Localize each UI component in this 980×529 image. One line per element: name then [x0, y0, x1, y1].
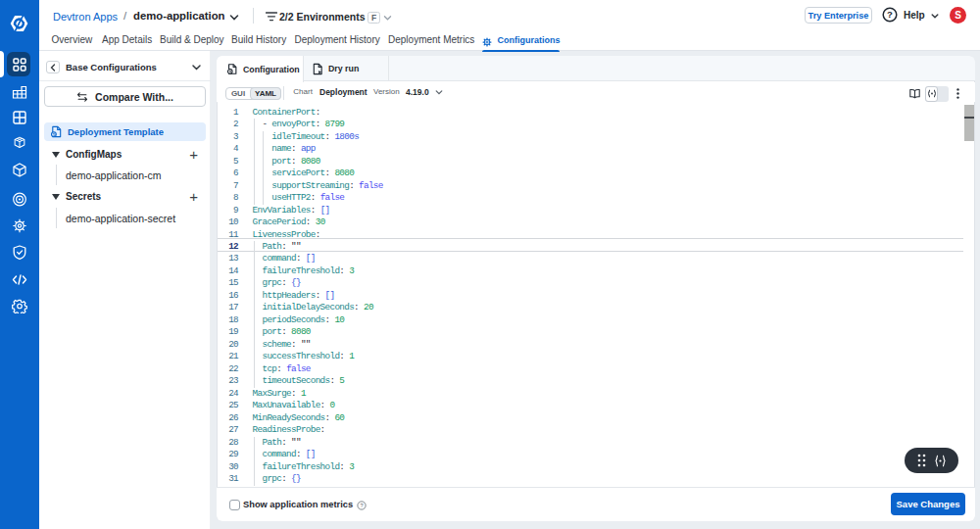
- svg-text:?: ?: [360, 502, 363, 507]
- svg-text:?: ?: [887, 9, 893, 20]
